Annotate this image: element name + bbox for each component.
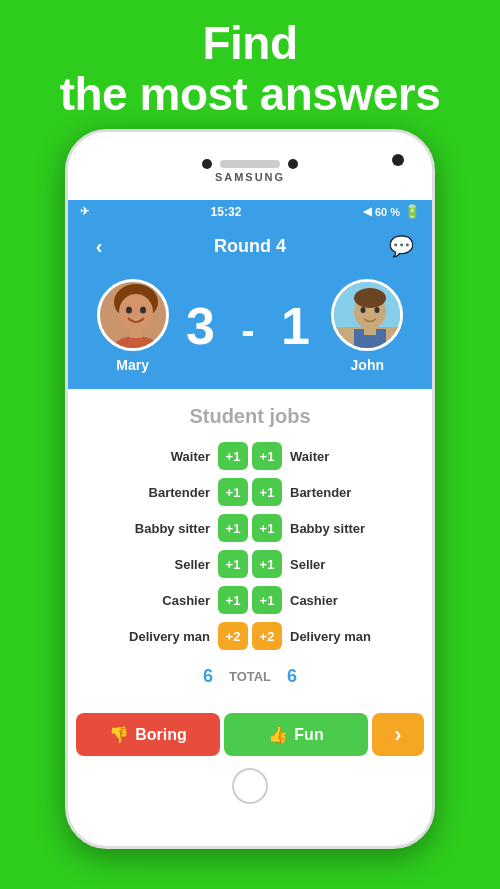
next-button[interactable]: › — [372, 713, 424, 756]
score-left: 3 — [186, 297, 219, 355]
fun-label: Fun — [294, 726, 323, 744]
battery-text: 60 % — [375, 206, 400, 218]
answer-label-right: Cashier — [282, 593, 412, 608]
home-button[interactable] — [232, 768, 268, 804]
fun-button[interactable]: 👍 Fun — [224, 713, 368, 756]
avatar-john — [331, 279, 403, 351]
phone-bezel-bottom — [68, 766, 432, 806]
table-row: Delivery man +2 +2 Delivery man — [88, 618, 412, 654]
boring-button[interactable]: 👎 Boring — [76, 713, 220, 756]
thumbs-up-icon: 👍 — [268, 725, 288, 744]
battery-icon: 🔋 — [404, 204, 420, 219]
score-section: Mary 3 - 1 — [68, 269, 432, 389]
status-bar: ✈ 15:32 ◀ 60 % 🔋 — [68, 200, 432, 223]
svg-point-12 — [361, 307, 366, 313]
thumbs-down-icon: 👎 — [109, 725, 129, 744]
answer-label-right: Waiter — [282, 449, 412, 464]
next-icon: › — [394, 722, 401, 748]
table-row: Babby sitter +1 +1 Babby sitter — [88, 510, 412, 546]
status-left: ✈ — [80, 205, 89, 218]
badge-left: +1 — [218, 442, 248, 470]
total-row: 6 TOTAL 6 — [88, 654, 412, 695]
svg-rect-6 — [130, 328, 142, 338]
badges-group: +1 +1 — [218, 550, 282, 578]
total-left: 6 — [203, 666, 213, 687]
speaker — [220, 160, 280, 168]
samsung-brand: SAMSUNG — [215, 171, 285, 183]
badge-right: +2 — [252, 622, 282, 650]
badge-right: +1 — [252, 586, 282, 614]
badges-group: +1 +1 — [218, 514, 282, 542]
svg-point-3 — [126, 307, 132, 314]
answer-label-left: Waiter — [88, 449, 218, 464]
badge-left: +1 — [218, 478, 248, 506]
airplane-icon: ✈ — [80, 205, 89, 218]
player-right: John — [331, 279, 403, 373]
boring-label: Boring — [135, 726, 187, 744]
bottom-buttons: 👎 Boring 👍 Fun › — [68, 705, 432, 766]
table-row: Seller +1 +1 Seller — [88, 546, 412, 582]
total-right: 6 — [287, 666, 297, 687]
badge-right: +1 — [252, 550, 282, 578]
headline: Find the most answers — [60, 0, 441, 129]
badge-left: +1 — [218, 550, 248, 578]
player-name-left: Mary — [116, 357, 149, 373]
player-left: Mary — [97, 279, 169, 373]
answers-table: Waiter +1 +1 Waiter Bartender +1 +1 Bart… — [88, 438, 412, 654]
svg-point-13 — [375, 307, 380, 313]
score-display: 3 - 1 — [186, 296, 314, 356]
answer-label-left: Bartender — [88, 485, 218, 500]
badge-left: +2 — [218, 622, 248, 650]
headline-line1: Find — [202, 17, 297, 69]
camera-right-top — [288, 159, 298, 169]
badge-right: +1 — [252, 442, 282, 470]
status-right: ◀ 60 % 🔋 — [363, 204, 420, 219]
score-right: 1 — [281, 297, 314, 355]
back-button[interactable]: ‹ — [84, 231, 114, 261]
camera-left — [202, 159, 212, 169]
player-name-right: John — [351, 357, 384, 373]
answer-label-left: Delivery man — [88, 629, 218, 644]
answer-label-left: Seller — [88, 557, 218, 572]
table-row: Bartender +1 +1 Bartender — [88, 474, 412, 510]
badge-right: +1 — [252, 478, 282, 506]
table-row: Waiter +1 +1 Waiter — [88, 438, 412, 474]
badges-group: +1 +1 — [218, 478, 282, 506]
phone-screen: ✈ 15:32 ◀ 60 % 🔋 ‹ Round 4 💬 — [68, 200, 432, 766]
cameras-area — [202, 159, 298, 169]
nav-bar: ‹ Round 4 💬 — [68, 223, 432, 269]
answer-label-right: Babby sitter — [282, 521, 412, 536]
badge-right: +1 — [252, 514, 282, 542]
answer-label-left: Cashier — [88, 593, 218, 608]
total-label: TOTAL — [229, 669, 271, 684]
phone-bezel-top: SAMSUNG — [68, 132, 432, 200]
round-title: Round 4 — [214, 236, 286, 257]
table-row: Cashier +1 +1 Cashier — [88, 582, 412, 618]
answer-label-right: Seller — [282, 557, 412, 572]
game-panel: Student jobs Waiter +1 +1 Waiter Bartend… — [76, 389, 424, 705]
badges-group: +1 +1 — [218, 586, 282, 614]
chat-button[interactable]: 💬 — [386, 231, 416, 261]
avatar-mary — [97, 279, 169, 351]
badge-left: +1 — [218, 586, 248, 614]
signal-icon: ◀ — [363, 205, 371, 218]
answer-label-left: Babby sitter — [88, 521, 218, 536]
chat-icon-symbol: 💬 — [389, 234, 414, 258]
score-separator: - — [237, 308, 262, 352]
svg-point-4 — [140, 307, 146, 314]
front-camera — [392, 154, 404, 166]
badges-group: +1 +1 — [218, 442, 282, 470]
category-title: Student jobs — [88, 399, 412, 438]
headline-line2: the most answers — [60, 68, 441, 120]
answer-label-right: Delivery man — [282, 629, 412, 644]
back-icon: ‹ — [96, 235, 103, 258]
status-time: 15:32 — [211, 205, 242, 219]
badge-left: +1 — [218, 514, 248, 542]
phone-shell: SAMSUNG ✈ 15:32 ◀ 60 % 🔋 ‹ Round 4 💬 — [65, 129, 435, 849]
badges-group: +2 +2 — [218, 622, 282, 650]
svg-rect-15 — [364, 327, 376, 335]
answer-label-right: Bartender — [282, 485, 412, 500]
svg-point-11 — [354, 288, 386, 308]
svg-point-2 — [119, 294, 153, 330]
